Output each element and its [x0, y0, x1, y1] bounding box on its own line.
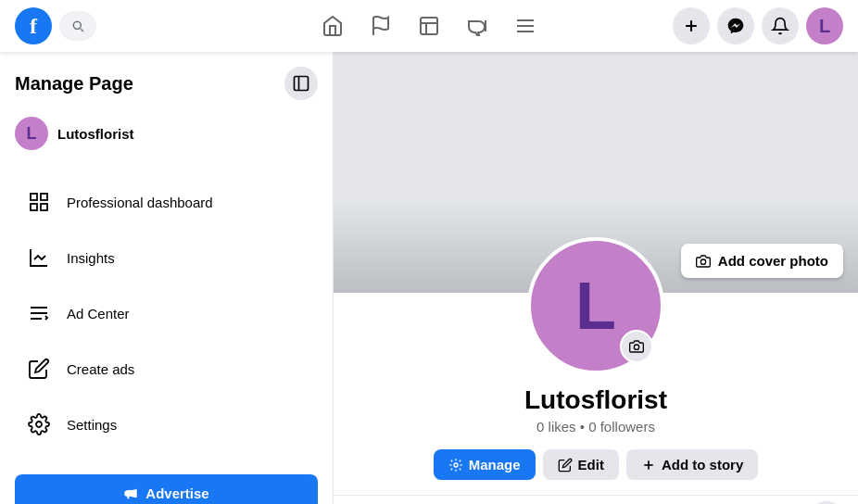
nav-left: f: [15, 7, 96, 44]
flag-icon: [370, 15, 392, 37]
profile-stats: 0 likes • 0 followers: [334, 419, 858, 435]
svg-rect-11: [41, 194, 47, 200]
svg-rect-12: [31, 204, 37, 210]
sidebar-item-ad-center[interactable]: Ad Center: [7, 287, 325, 339]
plus-story-icon: [641, 458, 656, 472]
ad-center-icon: [22, 296, 56, 330]
profile-section: L Lutosflorist 0 likes • 0 followers Man…: [334, 237, 858, 504]
add-to-story-button[interactable]: Add to story: [626, 449, 758, 480]
page-name: Lutosflorist: [57, 126, 134, 142]
tab-more[interactable]: More: [662, 496, 741, 504]
chart-icon: [418, 15, 440, 37]
nav-plus-button[interactable]: [673, 7, 710, 44]
nav-user-avatar[interactable]: L: [806, 7, 843, 44]
messenger-icon: [726, 17, 745, 35]
megaphone-small-icon: [123, 486, 138, 501]
profile-avatar: L: [527, 237, 664, 374]
page-avatar: L: [15, 117, 48, 150]
nav-right: L: [673, 7, 843, 44]
search-box[interactable]: [59, 11, 96, 41]
nav-flag-button[interactable]: [359, 4, 403, 48]
professional-dashboard-label: Professional dashboard: [67, 195, 213, 210]
insights-icon: [22, 241, 56, 274]
svg-rect-1: [421, 18, 437, 34]
page-content: Add cover photo L Lutosflorist 0 likes •…: [334, 52, 858, 504]
sidebar-header: Manage Page: [0, 52, 333, 107]
settings-icon: [22, 408, 56, 441]
profile-actions: Manage Edit Add to story: [348, 449, 843, 480]
svg-point-16: [634, 345, 638, 349]
profile-avatar-row: L: [334, 237, 858, 374]
sidebar-item-insights[interactable]: Insights: [7, 232, 325, 284]
sidebar-page[interactable]: L Lutosflorist: [0, 107, 333, 159]
settings-label: Settings: [67, 417, 117, 433]
svg-point-17: [454, 463, 458, 467]
nav-notifications-button[interactable]: [762, 7, 799, 44]
edit-button[interactable]: Edit: [543, 449, 619, 480]
collapse-icon: [292, 74, 310, 93]
home-icon: [322, 15, 344, 37]
megaphone-icon: [466, 15, 488, 37]
sidebar-item-professional-dashboard[interactable]: Professional dashboard: [7, 176, 325, 228]
nav-megaphone-button[interactable]: [455, 4, 499, 48]
facebook-logo[interactable]: f: [15, 7, 52, 44]
svg-rect-10: [31, 194, 37, 200]
bell-icon: [771, 17, 789, 35]
insights-label: Insights: [67, 250, 115, 266]
dashboard-icon: [22, 185, 56, 219]
svg-point-14: [36, 422, 42, 427]
nav-home-button[interactable]: [310, 4, 355, 48]
main-layout: Manage Page L Lutosflorist Professional …: [0, 52, 858, 504]
camera-avatar-icon: [629, 339, 644, 354]
manage-button[interactable]: Manage: [434, 449, 536, 480]
svg-rect-8: [295, 77, 309, 91]
nav-messenger-button[interactable]: [717, 7, 754, 44]
tab-posts[interactable]: Posts: [348, 496, 416, 504]
tab-about[interactable]: About: [416, 496, 486, 504]
edit-icon: [558, 458, 573, 472]
nav-menu-button[interactable]: [503, 4, 548, 48]
manage-icon: [448, 458, 463, 472]
sidebar-item-create-ads[interactable]: Create ads: [7, 343, 325, 395]
top-nav: f L: [0, 0, 858, 52]
svg-rect-13: [41, 204, 47, 210]
sidebar-collapse-button[interactable]: [284, 67, 318, 100]
ad-center-label: Ad Center: [67, 306, 130, 321]
sidebar: Manage Page L Lutosflorist Professional …: [0, 52, 334, 504]
create-ads-icon: [22, 352, 56, 385]
sidebar-title: Manage Page: [15, 73, 133, 94]
change-avatar-button[interactable]: [620, 330, 653, 363]
search-icon: [70, 19, 85, 33]
sidebar-item-settings[interactable]: Settings: [7, 398, 325, 450]
advertise-button[interactable]: Advertise: [15, 474, 318, 504]
create-ads-label: Create ads: [67, 361, 134, 377]
tab-reviews[interactable]: Reviews: [576, 496, 662, 504]
profile-name: Lutosflorist: [334, 385, 858, 415]
nav-chart-button[interactable]: [407, 4, 451, 48]
nav-center: [310, 4, 548, 48]
menu-icon: [514, 15, 536, 37]
tab-mentions[interactable]: Mentions: [486, 496, 576, 504]
profile-tabs: Posts About Mentions Reviews More: [334, 495, 858, 504]
plus-icon: [682, 17, 700, 35]
